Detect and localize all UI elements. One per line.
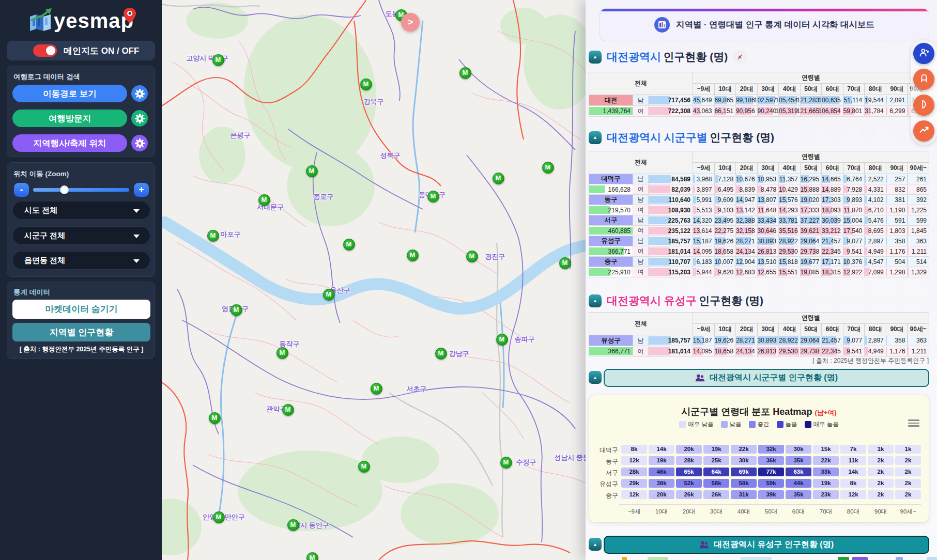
- panel-expand-button[interactable]: >: [401, 13, 420, 32]
- heatmap-cell[interactable]: 2k: [868, 468, 894, 476]
- zoom-slider[interactable]: [33, 188, 129, 192]
- heatmap-cell[interactable]: 35k: [786, 456, 811, 465]
- pie-chart-button[interactable]: [913, 95, 934, 116]
- heatmap-cell[interactable]: 14k: [649, 445, 674, 454]
- heatmap-cell[interactable]: 46k: [649, 468, 674, 476]
- heatmap-cell[interactable]: 30k: [731, 456, 757, 465]
- zoom-out-button[interactable]: -: [14, 183, 29, 197]
- heatmap-cell[interactable]: 59k: [758, 479, 784, 488]
- eupmyeondong-dropdown[interactable]: 읍면동 전체: [12, 251, 150, 270]
- regional-population-button[interactable]: 지역별 인구현황: [12, 323, 150, 341]
- heatmap-cell[interactable]: 33k: [813, 468, 839, 476]
- heatmap-cell[interactable]: 26k: [703, 490, 729, 499]
- app-logo[interactable]: yesmap: [0, 6, 162, 35]
- map-marker[interactable]: M: [496, 334, 508, 346]
- heatmap-cell[interactable]: 63k: [786, 468, 811, 476]
- menu-icon[interactable]: [908, 418, 919, 428]
- heatmap-cell[interactable]: 2k: [895, 490, 921, 499]
- heatmap-cell[interactable]: 8k: [621, 445, 647, 454]
- heatmap-cell[interactable]: 28k: [676, 456, 702, 465]
- travel-visit-button[interactable]: 여행방문지: [12, 110, 127, 127]
- map-marker[interactable]: M: [500, 457, 512, 469]
- heatmap-cell[interactable]: 26k: [676, 490, 702, 499]
- heatmap-cell[interactable]: 2k: [895, 479, 921, 488]
- heatmap-cell[interactable]: 7k: [840, 445, 866, 454]
- heatmap-cell[interactable]: 20k: [676, 445, 702, 454]
- heatmap-cell[interactable]: 12k: [840, 490, 866, 499]
- heatmap-cell[interactable]: 36k: [758, 456, 784, 465]
- heatmap-cell[interactable]: 31k: [731, 490, 757, 499]
- map-marker[interactable]: M: [542, 162, 554, 174]
- heatmap-cell[interactable]: 20k: [649, 490, 674, 499]
- heatmap-cell[interactable]: 2k: [868, 490, 894, 499]
- heatmap-cell[interactable]: 14k: [840, 468, 866, 476]
- map-marker[interactable]: M: [277, 347, 288, 359]
- heatmap-cell[interactable]: 35k: [786, 490, 811, 499]
- heatmap-cell[interactable]: 1k: [895, 445, 921, 454]
- collapse-button[interactable]: ▲: [589, 538, 602, 551]
- heatmap-cell[interactable]: 22k: [813, 456, 839, 465]
- heatmap-cell[interactable]: 19k: [813, 479, 839, 488]
- heatmap-cell[interactable]: 2k: [868, 456, 894, 465]
- map-marker[interactable]: M: [360, 79, 372, 90]
- map-marker[interactable]: M: [207, 230, 219, 242]
- local-event-button[interactable]: 지역행사/축제 위치: [12, 134, 127, 152]
- heatmap-cell[interactable]: 2k: [895, 468, 921, 476]
- map-marker[interactable]: M: [213, 511, 225, 523]
- hide-market-data-button[interactable]: 마켓데이터 숨기기: [12, 300, 150, 319]
- notification-bell-button[interactable]: [913, 69, 934, 90]
- heatmap-cell[interactable]: 12k: [621, 456, 647, 465]
- heatmap-cell[interactable]: 65k: [676, 468, 702, 476]
- map-marker[interactable]: M: [427, 191, 439, 203]
- map-canvas[interactable]: 고양시 덕양구도봉구강북구은평구성북구종로구서대문구마포구동대문구광진구용산구영…: [162, 0, 588, 560]
- map-marker[interactable]: M: [231, 304, 242, 316]
- map-marker[interactable]: M: [343, 239, 355, 251]
- heatmap-cell[interactable]: 8k: [840, 479, 866, 488]
- heatmap-cell[interactable]: 30k: [786, 445, 811, 454]
- pin-button[interactable]: [733, 50, 747, 64]
- route-view-button-settings[interactable]: [131, 85, 148, 102]
- local-event-button-settings[interactable]: [131, 135, 148, 151]
- heatmap-cell[interactable]: 1k: [868, 445, 894, 454]
- trend-line-button[interactable]: [913, 120, 934, 142]
- travel-visit-button-settings[interactable]: [131, 110, 148, 127]
- heatmap-cell[interactable]: 11k: [840, 456, 866, 465]
- map-marker[interactable]: M: [371, 383, 382, 395]
- map-marker[interactable]: M: [258, 194, 270, 206]
- heatmap-cell[interactable]: 25k: [703, 456, 729, 465]
- collapse-button[interactable]: ▲: [589, 131, 602, 144]
- map-marker[interactable]: M: [435, 348, 447, 360]
- heatmap-cell[interactable]: 32k: [758, 445, 784, 454]
- collapse-button[interactable]: ▲: [589, 51, 602, 64]
- heatmap-cell[interactable]: 19k: [703, 445, 729, 454]
- map-marker[interactable]: M: [212, 54, 224, 66]
- map-marker[interactable]: M: [459, 67, 471, 79]
- map-marker[interactable]: M: [306, 165, 318, 177]
- map-marker[interactable]: M: [282, 404, 294, 416]
- heatmap-cell[interactable]: 19k: [649, 456, 674, 465]
- zoom-in-button[interactable]: +: [134, 183, 149, 197]
- collapse-button[interactable]: ▲: [589, 294, 602, 307]
- sigungu-dropdown[interactable]: 시군구 전체: [12, 226, 150, 245]
- heatmap-cell[interactable]: 38k: [649, 479, 674, 488]
- map-marker[interactable]: M: [287, 519, 299, 531]
- map-marker[interactable]: M: [358, 461, 370, 473]
- heatmap-cell[interactable]: 58k: [731, 479, 757, 488]
- heatmap-cell[interactable]: 44k: [786, 479, 811, 488]
- heatmap-cell[interactable]: 69k: [731, 468, 757, 476]
- map-marker[interactable]: M: [407, 250, 419, 261]
- heatmap-cell[interactable]: 77k: [758, 468, 784, 476]
- heatmap-cell[interactable]: 64k: [703, 468, 729, 476]
- map-marker[interactable]: M: [209, 412, 221, 424]
- heatmap-cell[interactable]: 2k: [868, 479, 894, 488]
- heatmap-cell[interactable]: 52k: [676, 479, 702, 488]
- collapse-button[interactable]: ▲: [589, 371, 602, 384]
- map-marker[interactable]: M: [323, 289, 335, 301]
- heatmap-cell[interactable]: 23k: [813, 490, 839, 499]
- heatmap-cell[interactable]: 22k: [731, 445, 757, 454]
- heatmap-cell[interactable]: 15k: [813, 445, 839, 454]
- map-marker[interactable]: M: [493, 173, 504, 184]
- map-marker[interactable]: M: [559, 257, 571, 269]
- map-marker[interactable]: M: [466, 251, 478, 262]
- heatmap-cell[interactable]: 29k: [621, 479, 647, 488]
